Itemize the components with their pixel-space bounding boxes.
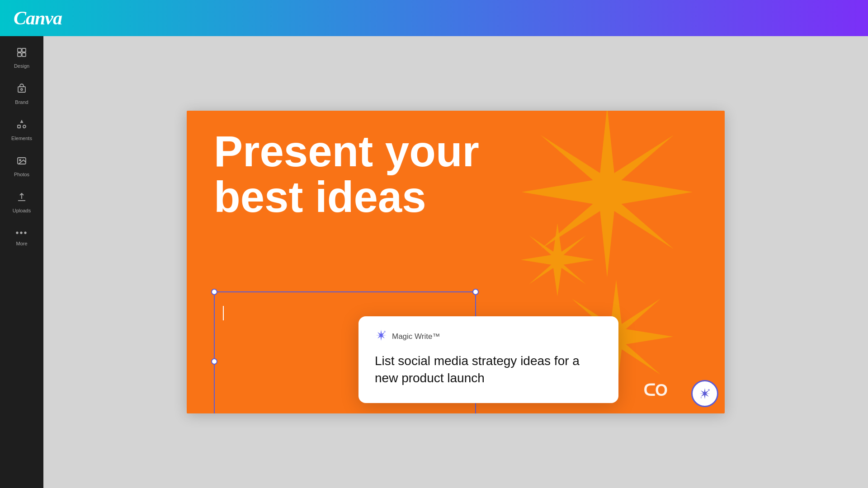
app-header: Canva: [0, 0, 868, 36]
svg-point-14: [701, 397, 702, 399]
more-icon: •••: [15, 228, 28, 238]
svg-point-5: [21, 89, 23, 90]
text-cursor: [223, 306, 224, 320]
sidebar-photos-label: Photos: [14, 172, 29, 177]
svg-rect-4: [18, 87, 25, 92]
magic-write-prompt[interactable]: List social media strategy ideas for a n…: [375, 352, 602, 387]
canva-logo: Canva: [14, 7, 62, 29]
canvas-area: Present your best ideas Magic Write™: [43, 36, 868, 488]
magic-sparkle-button[interactable]: [691, 380, 718, 407]
sidebar-design-label: Design: [14, 63, 29, 69]
sparkle-icon: [375, 329, 387, 342]
svg-rect-1: [22, 48, 26, 52]
heading-line1: Present your: [214, 129, 479, 174]
svg-rect-0: [18, 48, 21, 52]
photos-icon: [16, 155, 27, 169]
magic-write-icon: [375, 329, 387, 344]
magic-write-header: Magic Write™: [375, 329, 602, 344]
sidebar-item-photos[interactable]: Photos: [4, 149, 40, 183]
elements-icon: [16, 119, 27, 133]
handle-middle-left[interactable]: [211, 358, 217, 365]
svg-point-10: [19, 160, 21, 161]
handle-top-left[interactable]: [211, 289, 217, 295]
sidebar-more-label: More: [16, 241, 27, 246]
sidebar-uploads-label: Uploads: [13, 208, 31, 213]
canvas-brand-logo: ᑕO: [643, 380, 679, 403]
svg-text:ᑕO: ᑕO: [643, 381, 668, 399]
svg-point-13: [708, 389, 710, 391]
svg-rect-6: [23, 125, 26, 128]
uploads-icon: [16, 192, 27, 205]
magic-write-panel: Magic Write™ List social media strategy …: [359, 316, 618, 403]
handle-top-right[interactable]: [472, 289, 479, 295]
svg-point-11: [384, 331, 386, 333]
sidebar-elements-label: Elements: [11, 136, 32, 141]
sidebar-item-uploads[interactable]: Uploads: [4, 185, 40, 220]
design-canvas[interactable]: Present your best ideas Magic Write™: [187, 111, 725, 413]
heading-line2: best ideas: [214, 174, 479, 220]
star-decoration-large: [512, 111, 702, 287]
canva-watermark: ᑕO: [643, 380, 679, 399]
sidebar-item-more[interactable]: ••• More: [4, 221, 40, 253]
svg-rect-2: [18, 53, 21, 56]
sidebar-item-brand[interactable]: Brand: [4, 77, 40, 111]
sparkle-button-icon: [698, 387, 712, 400]
svg-rect-3: [22, 53, 26, 56]
sidebar: Design Brand Elements: [0, 36, 43, 488]
sidebar-brand-label: Brand: [15, 99, 28, 105]
brand-icon: [16, 83, 27, 97]
magic-write-title: Magic Write™: [392, 332, 440, 341]
star-decoration-small: [517, 219, 598, 300]
sidebar-item-elements[interactable]: Elements: [4, 113, 40, 147]
svg-rect-7: [18, 125, 20, 128]
design-icon: [16, 47, 27, 61]
canvas-heading: Present your best ideas: [214, 129, 479, 220]
sidebar-item-design[interactable]: Design: [4, 41, 40, 75]
